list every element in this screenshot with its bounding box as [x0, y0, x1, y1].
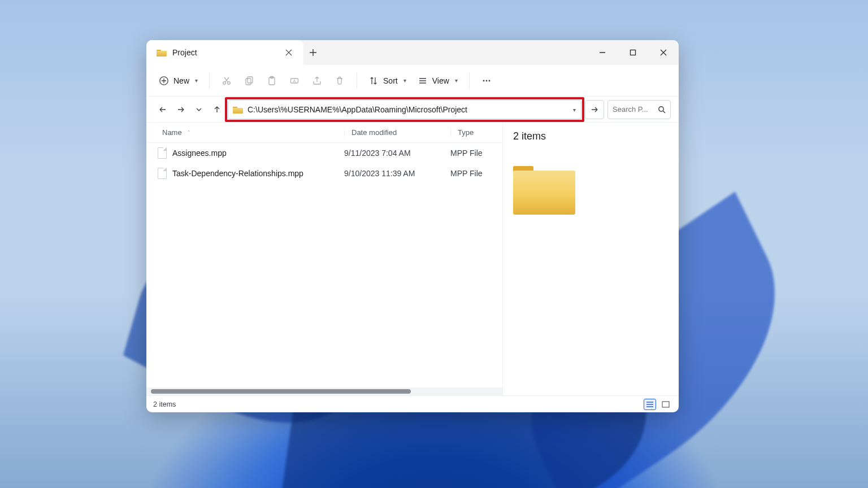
maximize-button[interactable]: [618, 40, 648, 65]
column-name-label: Name: [162, 128, 182, 137]
arrow-right-icon: [591, 106, 598, 114]
up-button[interactable]: [210, 100, 224, 119]
file-rows: Assignees.mpp9/11/2023 7:04 AMMPP FileTa…: [146, 143, 502, 387]
separator: [357, 73, 357, 89]
address-input[interactable]: [248, 105, 564, 114]
copy-icon: [244, 76, 254, 86]
sort-label: Sort: [383, 76, 398, 85]
recent-locations-button[interactable]: [192, 100, 206, 119]
new-tab-button[interactable]: [303, 40, 323, 65]
sort-icon: [368, 76, 379, 86]
file-date: 9/10/2023 11:39 AM: [344, 169, 450, 178]
address-bar-container: ▾: [228, 100, 581, 119]
arrow-up-icon: [213, 106, 221, 114]
status-text: 2 items: [153, 400, 176, 408]
file-list-pane: Name ˄ Date modified Type Assignees.mpp9…: [146, 123, 502, 395]
delete-icon: [335, 76, 345, 86]
view-label: View: [432, 76, 449, 85]
navigation-row: ▾: [146, 97, 679, 123]
details-summary: 2 items: [513, 130, 669, 142]
window-close-button[interactable]: [648, 40, 679, 65]
svg-point-10: [483, 80, 484, 81]
caption-buttons: [587, 40, 679, 65]
plus-icon: [309, 49, 317, 56]
file-icon: [158, 147, 167, 159]
sort-ascending-icon: ˄: [188, 130, 190, 136]
tab-close-button[interactable]: [281, 45, 297, 60]
new-button[interactable]: New ▾: [154, 71, 202, 91]
column-header-date[interactable]: Date modified: [344, 128, 450, 137]
delete-button[interactable]: [329, 71, 350, 91]
minimize-icon: [599, 49, 606, 56]
svg-point-13: [659, 106, 663, 111]
chevron-down-icon: ▾: [455, 77, 458, 84]
svg-rect-5: [248, 77, 253, 83]
copy-button[interactable]: [239, 71, 259, 91]
file-name: Assignees.mpp: [172, 149, 227, 158]
column-headers: Name ˄ Date modified Type: [146, 123, 502, 143]
arrow-left-icon: [159, 106, 167, 114]
tab-title: Project: [172, 48, 197, 57]
tab-project[interactable]: Project: [146, 40, 303, 65]
svg-point-12: [488, 80, 490, 81]
svg-rect-4: [246, 79, 251, 85]
content-area: Name ˄ Date modified Type Assignees.mpp9…: [146, 123, 679, 395]
svg-rect-14: [662, 402, 669, 407]
view-mode-toggle: [644, 399, 672, 410]
cut-icon: [222, 76, 232, 86]
arrow-right-icon: [177, 106, 185, 114]
list-icon: [646, 401, 654, 408]
more-button[interactable]: [476, 71, 497, 91]
svg-rect-0: [631, 50, 636, 55]
chevron-down-icon: [196, 106, 202, 113]
svg-point-2: [223, 81, 226, 84]
view-icon: [418, 76, 428, 86]
share-button[interactable]: [307, 71, 327, 91]
command-bar: New ▾ A Sort ▾ View ▾: [146, 65, 679, 97]
status-bar: 2 items: [146, 395, 679, 412]
go-button[interactable]: [585, 100, 604, 119]
paste-button[interactable]: [262, 71, 282, 91]
titlebar: Project: [146, 40, 679, 65]
details-pane: 2 items: [502, 123, 679, 395]
rename-button[interactable]: A: [284, 71, 305, 91]
svg-point-11: [485, 80, 487, 81]
new-label: New: [173, 76, 189, 85]
horizontal-scrollbar[interactable]: [146, 387, 502, 395]
address-bar[interactable]: ▾: [228, 100, 581, 119]
column-header-name[interactable]: Name ˄: [162, 128, 344, 137]
back-button[interactable]: [155, 100, 170, 119]
thumbnails-view-button[interactable]: [659, 399, 672, 410]
folder-icon: [157, 49, 167, 56]
svg-point-3: [228, 81, 231, 84]
separator: [469, 73, 470, 89]
paste-icon: [267, 76, 277, 86]
maximize-icon: [630, 49, 636, 56]
folder-icon: [233, 106, 243, 114]
search-box[interactable]: [607, 100, 671, 119]
view-button[interactable]: View ▾: [413, 71, 462, 91]
chevron-down-icon: ▾: [195, 77, 198, 84]
file-row[interactable]: Assignees.mpp9/11/2023 7:04 AMMPP File: [146, 143, 502, 163]
file-type: MPP File: [450, 169, 502, 178]
grid-icon: [662, 401, 670, 408]
minimize-button[interactable]: [587, 40, 618, 65]
separator: [209, 73, 210, 89]
new-plus-icon: [159, 76, 169, 86]
chevron-down-icon: ▾: [403, 77, 406, 84]
cut-button[interactable]: [216, 71, 237, 91]
column-header-type[interactable]: Type: [450, 128, 502, 137]
details-view-button[interactable]: [644, 399, 656, 410]
close-icon: [285, 49, 292, 56]
more-icon: [481, 76, 492, 86]
file-icon: [158, 168, 167, 179]
search-icon: [658, 106, 666, 114]
file-row[interactable]: Task-Dependency-Relationships.mpp9/10/20…: [146, 163, 502, 184]
forward-button[interactable]: [173, 100, 188, 119]
file-date: 9/11/2023 7:04 AM: [344, 149, 450, 158]
rename-icon: A: [289, 76, 300, 86]
address-dropdown-button[interactable]: ▾: [573, 106, 576, 112]
file-name: Task-Dependency-Relationships.mpp: [172, 169, 303, 178]
sort-button[interactable]: Sort ▾: [364, 71, 411, 91]
search-input[interactable]: [613, 105, 653, 114]
